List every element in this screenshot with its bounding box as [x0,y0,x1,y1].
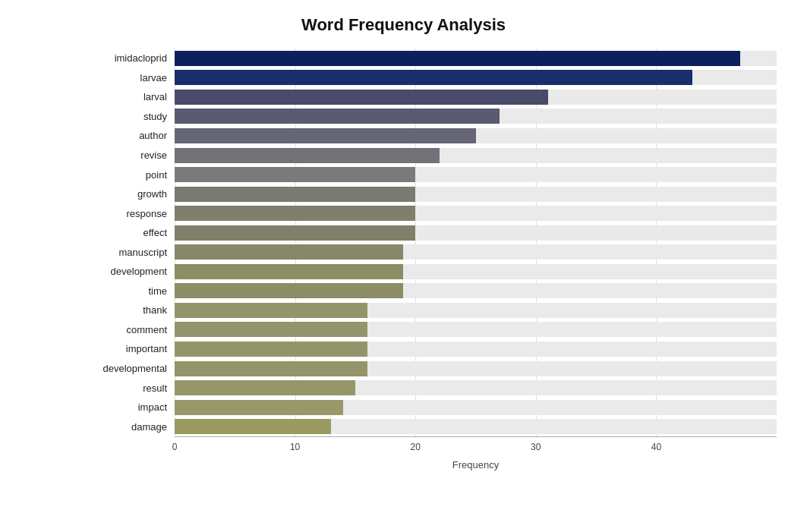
bar-track [175,167,777,182]
bar-row: author [175,126,777,146]
bar-label: developmental [91,363,175,374]
bar-label: larval [91,91,175,102]
bar-label: response [91,208,175,219]
chart-container: Word Frequency Analysis imidaclopridlarv… [0,0,807,532]
bar-fill [175,167,415,182]
bar-row: imidacloprid [175,49,777,68]
bar-track [175,342,777,357]
bar-fill [175,342,367,357]
bar-label: revise [91,150,175,161]
bar-label: thank [91,304,175,316]
bar-fill [175,225,415,241]
bar-track [175,244,777,260]
bar-label: point [91,169,175,181]
bar-row: point [175,165,777,184]
bar-row: development [175,262,777,282]
x-axis: 010203040 Frequency [175,436,777,474]
x-axis-label: Frequency [175,459,777,471]
bar-fill [175,148,440,163]
bar-row: developmental [175,359,777,379]
bars-area: imidaclopridlarvaelarvalstudyauthorrevis… [175,49,777,436]
bar-label: time [91,285,175,297]
bar-track [175,206,777,221]
bar-track [175,187,777,202]
bar-label: author [91,130,175,141]
bar-fill [175,400,343,415]
bar-row: impact [175,398,777,417]
bar-fill [175,90,548,105]
bar-track [175,419,777,434]
x-tick: 40 [651,442,661,452]
x-tick: 10 [290,442,300,452]
bar-fill [175,322,367,337]
x-tick: 0 [172,442,178,452]
bar-track [175,148,777,163]
bar-track [175,283,777,298]
bar-row: growth [175,184,777,204]
bar-fill [175,303,367,318]
bar-track [175,51,777,66]
bar-fill [175,264,403,279]
bar-track [175,264,777,279]
bar-row: study [175,107,777,127]
bar-track [175,70,777,85]
bar-fill [175,380,355,395]
bar-fill [175,206,415,221]
bar-track [175,128,777,143]
bar-track [175,90,777,105]
bar-fill [175,128,476,143]
bar-label: damage [91,421,175,433]
bar-row: effect [175,223,777,243]
bar-label: comment [91,324,175,335]
bar-row: damage [175,417,777,436]
chart-title: Word Frequency Analysis [30,15,777,35]
bar-label: important [91,343,175,354]
bar-fill [175,187,415,202]
bar-row: time [175,282,777,301]
bar-fill [175,419,331,434]
bar-track [175,380,777,395]
bar-track [175,322,777,337]
bar-label: development [91,266,175,277]
bar-label: study [91,111,175,122]
bar-fill [175,361,367,376]
bar-row: thank [175,301,777,320]
x-tick: 30 [531,442,541,452]
bar-fill [175,244,403,260]
bar-row: manuscript [175,242,777,262]
bar-row: larval [175,87,777,107]
bar-label: imidacloprid [91,52,175,64]
bar-label: larvae [91,72,175,83]
bar-track [175,361,777,376]
bar-track [175,400,777,415]
bar-fill [175,109,500,124]
bar-fill [175,70,692,85]
bar-label: impact [91,401,175,413]
bar-row: comment [175,320,777,340]
bar-label: result [91,382,175,394]
bar-row: revise [175,146,777,165]
bar-track [175,109,777,124]
bar-row: response [175,203,777,223]
bar-row: important [175,339,777,359]
bar-row: larvae [175,68,777,88]
bar-track [175,303,777,318]
x-tick: 20 [411,442,421,452]
bar-label: effect [91,227,175,238]
bar-label: manuscript [91,247,175,258]
bar-label: growth [91,188,175,200]
bar-fill [175,51,740,66]
bar-fill [175,283,403,298]
bar-track [175,225,777,241]
bar-row: result [175,378,777,398]
